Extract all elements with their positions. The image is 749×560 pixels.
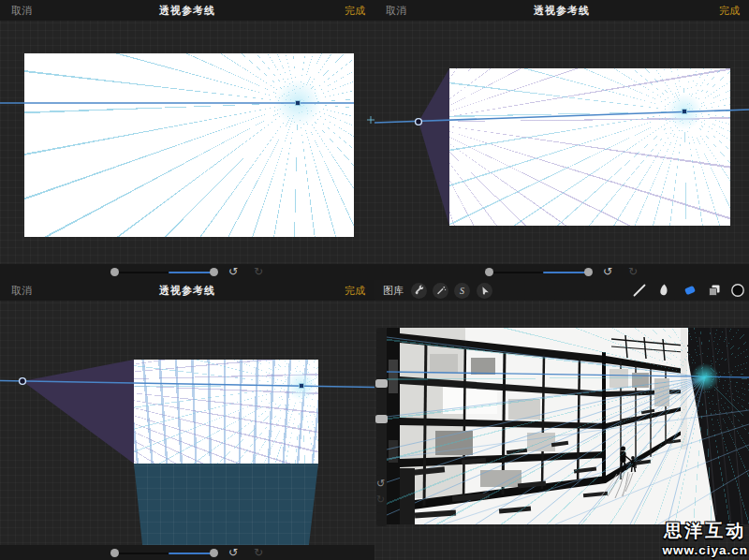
thickness-slider-thumb[interactable] (584, 268, 593, 276)
drawing-canvas[interactable] (387, 328, 749, 524)
main-canvas-panel: 图库 S (374, 280, 749, 560)
watermark: 思洋互动 www.ciya.cn (662, 519, 748, 557)
sidebar-undo-icon[interactable]: ↺ (376, 478, 385, 490)
page-title: 透视参考线 (159, 280, 215, 301)
wrench-icon (414, 285, 425, 296)
sidebar-redo-icon: ↻ (376, 494, 385, 506)
brush-tool-button[interactable] (632, 283, 647, 298)
gallery-button[interactable]: 图库 (383, 280, 404, 301)
page-title: 透视参考线 (534, 0, 590, 21)
opacity-slider-thumb[interactable] (110, 549, 119, 557)
guide-edit-area[interactable] (374, 21, 749, 264)
color-swatch-icon (730, 283, 745, 298)
brush-icon (632, 283, 647, 298)
thickness-slider-thumb[interactable] (210, 549, 218, 557)
app-screen: 取消 透视参考线 完成 ↺ ↻ 取消 透视参考线 完成 (0, 0, 749, 560)
thickness-slider-thumb[interactable] (210, 268, 218, 276)
done-button[interactable]: 完成 (345, 280, 365, 301)
smudge-tool-button[interactable] (655, 283, 670, 298)
transform-button[interactable] (477, 283, 492, 299)
done-button[interactable]: 完成 (345, 0, 365, 21)
watermark-brand: 思洋互动 (662, 519, 748, 543)
brush-opacity-slider-handle[interactable] (375, 415, 388, 423)
guide-options-bar: ↺ ↻ (374, 264, 749, 280)
eraser-icon (683, 283, 698, 298)
layers-icon (707, 283, 722, 298)
editor-panel-two-point: 取消 透视参考线 完成 ↺ ↻ (374, 0, 749, 280)
cancel-button[interactable]: 取消 (11, 280, 32, 301)
cancel-button[interactable]: 取消 (386, 0, 406, 21)
page-title: 透视参考线 (159, 0, 215, 21)
color-button[interactable] (730, 283, 745, 298)
architecture-sketch (387, 328, 749, 524)
editor-navbar: 取消 透视参考线 完成 (374, 0, 749, 21)
magic-wand-icon (435, 285, 447, 296)
vanishing-fan-offcanvas (419, 68, 449, 226)
editor-navbar: 取消 透视参考线 完成 (0, 0, 374, 21)
brush-size-slider-handle[interactable] (375, 379, 388, 388)
selection-button[interactable]: S (454, 283, 470, 299)
guide-edit-area[interactable] (0, 301, 374, 545)
offscreen-vp-cross[interactable] (367, 116, 374, 124)
guide-edit-area[interactable] (0, 21, 374, 264)
perspective-canvas[interactable] (24, 53, 354, 237)
smudge-finger-icon (655, 283, 670, 298)
layers-button[interactable] (707, 283, 722, 298)
editor-panel-three-point: 取消 透视参考线 完成 ↺ ↻ (0, 280, 374, 560)
thickness-slider-track[interactable] (543, 272, 586, 273)
opacity-slider-thumb[interactable] (110, 268, 119, 276)
selection-s-glyph: S (460, 286, 464, 296)
editor-navbar: 取消 透视参考线 完成 (0, 280, 374, 301)
perspective-canvas[interactable] (449, 68, 730, 226)
thickness-slider-track[interactable] (169, 553, 212, 554)
undo-icon[interactable]: ↺ (228, 264, 238, 280)
main-toolbar: 图库 S (374, 280, 749, 301)
actions-button[interactable] (411, 283, 427, 299)
redo-icon: ↻ (254, 264, 263, 280)
watermark-site: www.ciya.cn (662, 543, 748, 557)
undo-icon[interactable]: ↺ (603, 264, 612, 280)
perspective-canvas[interactable] (134, 360, 318, 464)
canvas-workspace: ↺ ↻ (374, 301, 749, 560)
redo-icon: ↻ (254, 545, 263, 560)
cancel-button[interactable]: 取消 (11, 0, 32, 21)
opacity-slider-thumb[interactable] (485, 268, 493, 276)
eraser-tool-button[interactable] (683, 283, 698, 298)
done-button[interactable]: 完成 (719, 0, 740, 21)
editor-panel-one-point: 取消 透视参考线 完成 ↺ ↻ (0, 0, 374, 280)
cursor-arrow-icon (479, 285, 491, 296)
adjustments-button[interactable] (433, 283, 448, 299)
guide-options-bar: ↺ ↻ (0, 545, 374, 560)
vanishing-fan-below (134, 464, 318, 545)
vanishing-fan-offcanvas (22, 360, 134, 464)
redo-icon: ↻ (628, 264, 638, 280)
thickness-slider-track[interactable] (169, 272, 212, 273)
guide-options-bar: ↺ ↻ (0, 264, 374, 280)
undo-icon[interactable]: ↺ (228, 545, 238, 560)
